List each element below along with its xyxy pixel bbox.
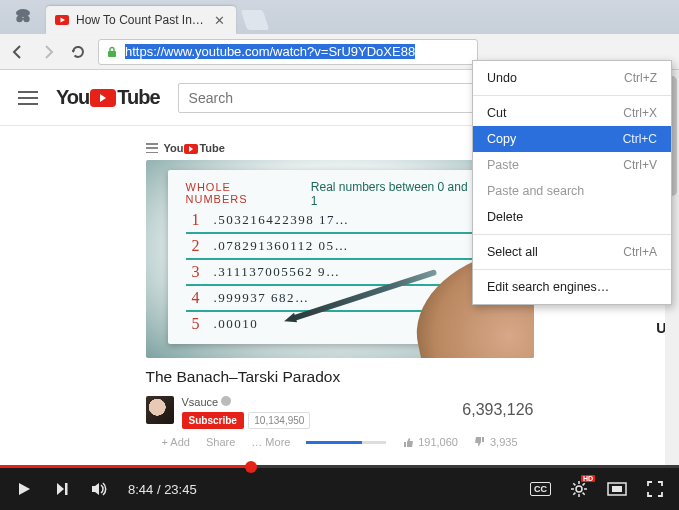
menu-item-label: Copy <box>487 132 516 146</box>
settings-icon[interactable]: HD <box>569 479 589 499</box>
menu-item-delete[interactable]: Delete <box>473 204 671 230</box>
svg-point-1 <box>16 16 22 22</box>
lock-icon <box>105 45 119 59</box>
menu-item-paste: PasteCtrl+V <box>473 152 671 178</box>
video-player-bar: 8:44 / 23:45 CC HD <box>0 468 679 510</box>
logo-text-you: You <box>56 86 89 109</box>
share-button[interactable]: Share <box>206 436 235 448</box>
subscriber-count: 10,134,950 <box>248 412 310 429</box>
captions-button[interactable]: CC <box>530 482 551 496</box>
menu-separator <box>473 234 671 235</box>
svg-marker-8 <box>19 483 30 495</box>
menu-item-shortcut: Ctrl+X <box>623 106 657 120</box>
mini-youtube-logo[interactable]: YouTube <box>164 142 225 154</box>
browser-tab[interactable]: How To Count Past Infinity ✕ <box>46 6 236 34</box>
menu-item-copy[interactable]: CopyCtrl+C <box>473 126 671 152</box>
reload-button[interactable] <box>68 42 88 62</box>
logo-text-tube: Tube <box>117 86 159 109</box>
svg-rect-10 <box>65 483 68 495</box>
context-menu: UndoCtrl+ZCutCtrl+XCopyCtrl+CPasteCtrl+V… <box>472 60 672 305</box>
menu-item-cut[interactable]: CutCtrl+X <box>473 100 671 126</box>
youtube-logo[interactable]: YouTube <box>56 86 160 109</box>
menu-item-shortcut: Ctrl+C <box>623 132 657 146</box>
url-text: https://www.youtube.com/watch?v=SrU9YDoX… <box>125 44 471 59</box>
menu-item-label: Paste <box>487 158 519 172</box>
row-number: .00010 <box>214 316 259 332</box>
fullscreen-icon[interactable] <box>645 479 665 499</box>
new-tab-button[interactable] <box>241 10 269 30</box>
sheet-row: 2.078291360112 05… <box>186 234 478 260</box>
svg-marker-9 <box>57 483 64 495</box>
view-count: 6,393,126 <box>462 401 533 419</box>
next-icon[interactable] <box>52 479 72 499</box>
row-index: 4 <box>186 289 200 307</box>
sheet-heading-left: WHOLE NUMBERS <box>186 181 297 205</box>
menu-item-label: Edit search engines… <box>487 280 609 294</box>
menu-item-shortcut: Ctrl+V <box>623 158 657 172</box>
svg-marker-11 <box>92 483 99 495</box>
back-button[interactable] <box>8 42 28 62</box>
guide-menu-icon[interactable] <box>18 91 38 105</box>
svg-line-18 <box>583 493 585 495</box>
tab-close-icon[interactable]: ✕ <box>212 13 226 27</box>
svg-point-12 <box>576 486 582 492</box>
progress-bar[interactable] <box>0 465 679 468</box>
sheet-heading-right: Real numbers between 0 and 1 <box>311 180 478 208</box>
more-button[interactable]: … More <box>251 436 290 448</box>
address-bar[interactable]: https://www.youtube.com/watch?v=SrU9YDoX… <box>98 39 478 65</box>
mini-menu-icon[interactable] <box>146 143 158 153</box>
verified-icon <box>221 396 231 406</box>
menu-item-undo[interactable]: UndoCtrl+Z <box>473 65 671 91</box>
logo-play-icon <box>90 89 116 107</box>
menu-item-shortcut: Ctrl+Z <box>624 71 657 85</box>
menu-item-select-all[interactable]: Select allCtrl+A <box>473 239 671 265</box>
menu-item-label: Delete <box>487 210 523 224</box>
row-index: 1 <box>186 211 200 229</box>
svg-point-0 <box>16 9 30 17</box>
play-icon[interactable] <box>14 479 34 499</box>
menu-item-label: Paste and search <box>487 184 584 198</box>
menu-item-edit-search-engines[interactable]: Edit search engines… <box>473 274 671 300</box>
like-ratio-bar <box>306 441 386 444</box>
svg-rect-22 <box>612 486 622 492</box>
menu-item-paste-and-search: Paste and search <box>473 178 671 204</box>
tab-strip: How To Count Past Infinity ✕ <box>0 0 679 34</box>
row-number: .999937 682… <box>214 290 310 306</box>
svg-line-19 <box>573 493 575 495</box>
svg-line-20 <box>583 483 585 485</box>
row-index: 2 <box>186 237 200 255</box>
channel-avatar[interactable] <box>146 396 174 424</box>
channel-name[interactable]: Vsauce <box>182 396 219 408</box>
theater-mode-icon[interactable] <box>607 479 627 499</box>
like-count: 191,060 <box>418 436 458 448</box>
hd-badge: HD <box>581 475 595 482</box>
sheet-row: 1.503216422398 17… <box>186 208 478 234</box>
subscribe-button[interactable]: Subscribe <box>182 412 244 429</box>
svg-rect-7 <box>108 51 116 57</box>
like-button[interactable]: 191,060 <box>402 436 458 448</box>
row-number: .078291360112 05… <box>214 238 350 254</box>
row-number: .311137005562 9… <box>214 264 341 280</box>
menu-item-label: Select all <box>487 245 538 259</box>
menu-item-label: Cut <box>487 106 506 120</box>
menu-item-shortcut: Ctrl+A <box>623 245 657 259</box>
add-to-button[interactable]: + Add <box>162 436 190 448</box>
time-display: 8:44 / 23:45 <box>128 482 197 497</box>
menu-separator <box>473 269 671 270</box>
tab-favicon-icon <box>54 12 70 28</box>
row-index: 5 <box>186 315 200 333</box>
volume-icon[interactable] <box>90 479 110 499</box>
svg-line-17 <box>573 483 575 485</box>
svg-rect-3 <box>22 18 24 20</box>
video-title[interactable]: The Banach–Tarski Paradox <box>146 368 534 386</box>
row-index: 3 <box>186 263 200 281</box>
menu-separator <box>473 95 671 96</box>
dislike-button[interactable]: 3,935 <box>474 436 518 448</box>
menu-item-label: Undo <box>487 71 517 85</box>
row-number: .503216422398 17… <box>214 212 350 228</box>
forward-button[interactable] <box>38 42 58 62</box>
svg-point-2 <box>23 16 29 22</box>
tab-title: How To Count Past Infinity <box>76 13 206 27</box>
incognito-icon <box>10 4 36 30</box>
dislike-count: 3,935 <box>490 436 518 448</box>
